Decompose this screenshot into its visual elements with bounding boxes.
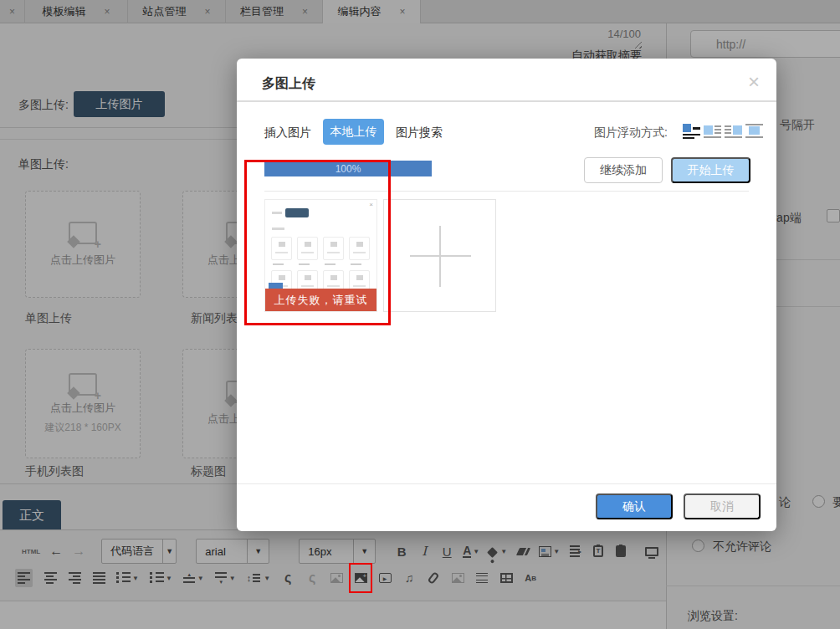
float-left-selected-icon[interactable]: [683, 124, 700, 138]
mini-tile-grid: [271, 237, 370, 294]
progress-percent: 100%: [335, 163, 361, 175]
mini-button: [285, 208, 309, 217]
confirm-button[interactable]: 确认: [596, 493, 673, 519]
upload-fail-banner: 上传失败，请重试: [265, 289, 376, 311]
modal-footer-divider: [237, 483, 776, 484]
float-text-left-icon[interactable]: [725, 124, 742, 138]
modal-tab-insert-image[interactable]: 插入图片: [264, 125, 311, 141]
float-mode-options: [683, 124, 763, 138]
modal-content-divider: [264, 191, 749, 192]
upload-progress-bar: 100%: [264, 161, 432, 176]
multi-image-upload-modal: 多图上传 × 插入图片 本地上传 图片搜索 图片浮动方式:: [237, 59, 776, 531]
float-mode-label: 图片浮动方式:: [594, 125, 668, 141]
cancel-button[interactable]: 取消: [684, 493, 761, 519]
modal-tab-image-search[interactable]: 图片搜索: [396, 125, 443, 141]
modal-header-divider: [237, 100, 776, 102]
modal-title: 多图上传: [262, 75, 315, 93]
start-upload-button[interactable]: 开始上传: [671, 157, 750, 183]
modal-tab-local-upload[interactable]: 本地上传: [323, 119, 384, 145]
upload-thumbnail-failed[interactable]: × 上传失败，请重试: [264, 199, 377, 312]
mini-close-icon: ×: [369, 201, 373, 208]
float-text-right-icon[interactable]: [704, 124, 721, 138]
float-center-icon[interactable]: [745, 124, 763, 138]
add-image-tile[interactable]: [383, 199, 496, 312]
continue-add-button[interactable]: 继续添加: [584, 157, 663, 183]
modal-close-icon[interactable]: ×: [748, 70, 760, 94]
